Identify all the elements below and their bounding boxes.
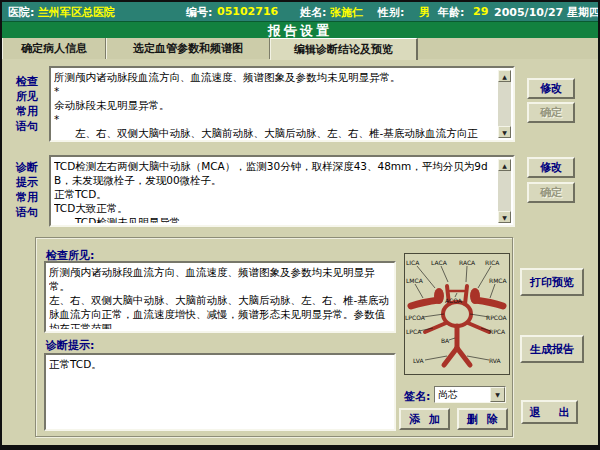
scroll-down-icon[interactable]: ▼ [498,126,511,138]
gender-label: 性别: [378,5,404,20]
patient-id-value: 05102716 [217,5,278,18]
patient-name-label: 姓名: [300,5,326,20]
artery-label: LACA [431,259,448,266]
generate-report-button[interactable]: 生成报告 [520,335,584,363]
artery-label: LMCA [406,277,424,284]
findings-phrases-text: 所测颅内诸动脉段血流方向、血流速度、频谱图象及参数均未见明显异常。 * 余动脉段… [54,70,496,138]
diagnosis-section-label: 诊断提示: [46,338,94,353]
scroll-up-icon[interactable]: ▲ [498,159,511,171]
report-settings-window: 医院: 兰州军区总医院 编号: 05102716 姓名: 张施仁 性别: 男 年… [0,0,600,450]
signature-label: 签名: [404,389,430,404]
diagnosis-phrases-text: TCD检测左右两侧大脑中动脉（MCA），监测30分钟，取样深度43、48mm，平… [54,159,496,223]
datetime-text: 2005/10/27 星期四 15:48:20 [494,5,600,20]
exit-button[interactable]: 退出 [521,400,578,424]
artery-label: RVA [489,357,502,364]
artery-label: RPCA [489,328,506,335]
tab-patient-info[interactable]: 确定病人信息 [2,38,106,59]
report-diagnosis-text: 正常TCD。 [49,357,391,427]
circle-of-willis-diagram: LICA LACA RACA RICA LMCA RMCA ACOA LPCOA… [404,253,510,375]
report-groupbox: 检查所见: 所测颅内诸动脉段血流方向、血流速度、频谱图象及参数均未见明显异常。 … [35,237,513,437]
diagnosis-phrases-textarea[interactable]: TCD检测左右两侧大脑中动脉（MCA），监测30分钟，取样深度43、48mm，平… [49,155,515,227]
scroll-up-icon[interactable]: ▲ [498,70,511,82]
report-findings-textarea[interactable]: 所测颅内诸动脉段血流方向、血流速度、频谱图象及参数均未见明显异常。 左、右、双侧… [44,261,396,333]
signature-select[interactable]: 尚芯 ▼ [434,386,506,403]
report-diagnosis-textarea[interactable]: 正常TCD。 [44,353,396,431]
artery-label: ACOA [445,297,463,304]
findings-phrases-textarea[interactable]: 所测颅内诸动脉段血流方向、血流速度、频谱图象及参数均未见明显异常。 * 余动脉段… [49,66,515,142]
tab-vessel-params[interactable]: 选定血管参数和频谱图 [106,38,270,59]
tab-edit-conclusion[interactable]: 编辑诊断结论及预览 [270,38,418,60]
artery-label: LICA [406,259,420,266]
patient-id-label: 编号: [186,5,212,20]
add-button[interactable]: 添加 [399,408,450,430]
findings-confirm-button[interactable]: 确定 [527,102,575,123]
diagnosis-phrases-scrollbar[interactable]: ▲ ▼ [498,159,511,223]
patient-info-bar: 医院: 兰州军区总医院 编号: 05102716 姓名: 张施仁 性别: 男 年… [2,2,598,21]
page-title: 报告设置 [268,22,332,40]
artery-label: RMCA [489,277,508,284]
hospital-value: 兰州军区总医院 [38,5,115,20]
scroll-down-icon[interactable]: ▼ [498,211,511,223]
patient-name-value: 张施仁 [330,5,363,20]
dialog-title-bar: 报告设置 [2,21,598,39]
tab-bar: 确定病人信息 选定血管参数和频谱图 编辑诊断结论及预览 [2,38,598,59]
hospital-label: 医院: [8,5,34,20]
findings-phrases-scrollbar[interactable]: ▲ ▼ [498,70,511,138]
findings-phrases-side-label: 检查 所见 常用 语句 [16,74,46,134]
artery-label: LPCOA [405,314,426,321]
report-findings-text: 所测颅内诸动脉段血流方向、血流速度、频谱图象及参数均未见明显异常。 左、右、双侧… [49,265,391,329]
artery-label: RPCOA [486,314,508,321]
chevron-down-icon[interactable]: ▼ [490,387,505,402]
artery-label: RACA [459,259,476,266]
diagnosis-confirm-button[interactable]: 确定 [527,182,575,203]
diagnosis-modify-button[interactable]: 修改 [527,157,575,178]
age-label: 年龄: [438,5,464,20]
findings-modify-button[interactable]: 修改 [527,78,575,99]
artery-label: LVA [413,357,424,364]
print-preview-button[interactable]: 打印预览 [520,268,584,296]
artery-label: LPCA [406,328,422,335]
artery-label: BA [441,337,450,344]
signature-value: 尚芯 [438,388,458,402]
delete-button[interactable]: 删除 [457,408,508,430]
gender-value: 男 [419,5,430,20]
age-value: 29 [473,5,488,18]
diagnosis-phrases-side-label: 诊断 提示 常用 语句 [16,160,46,220]
artery-label: RICA [485,259,500,266]
willis-arteries-image: LICA LACA RACA RICA LMCA RMCA ACOA LPCOA… [405,254,509,374]
